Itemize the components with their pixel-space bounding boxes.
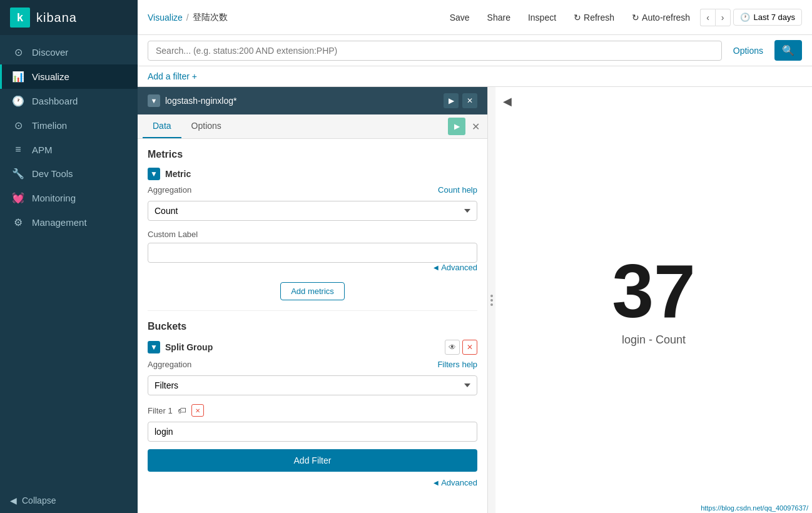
metric-header: ▼ Metric [148,168,477,180]
dashboard-icon: 🕐 [12,95,24,107]
sidebar-nav: ⊙ Discover 📊 Visualize 🕐 Dashboard ⊙ Tim… [0,35,138,488]
count-help-link[interactable]: Count help [438,185,477,195]
tag-icon: 🏷 [178,405,186,415]
time-next-button[interactable]: › [715,9,731,26]
sidebar-item-discover-label: Discover [32,47,68,58]
filter1-row: Filter 1 🏷 ✕ [148,404,477,417]
tab-options[interactable]: Options [181,114,231,138]
sidebar-item-apm[interactable]: ≡ APM [0,138,138,161]
index-header: ▼ logstash-nginxlog* ▶ ✕ [138,87,487,114]
index-actions: ▶ ✕ [444,93,477,108]
auto-refresh-button[interactable]: ↻ Auto-refresh [624,9,698,26]
content-area: ▼ logstash-nginxlog* ▶ ✕ Data Options ▶ … [138,87,812,513]
sidebar-item-dashboard[interactable]: 🕐 Dashboard [0,89,138,113]
visualize-icon: 📊 [12,71,24,83]
sidebar-item-management[interactable]: ⚙ Management [0,210,138,235]
auto-refresh-icon: ↻ [632,13,639,23]
metrics-title: Metrics [148,149,477,160]
sidebar-item-devtools[interactable]: 🔧 Dev Tools [0,161,138,186]
viz-content: 37 login - Count [612,253,695,347]
buckets-collapse-button[interactable]: ▼ [148,341,160,353]
kibana-logo-icon: k [10,8,30,28]
buckets-aggregation-row: Aggregation Filters help [148,360,477,369]
filterbar: Add a filter + [138,66,812,87]
time-range-button[interactable]: 🕐 Last 7 days [733,9,803,26]
sidebar: k kibana ⊙ Discover 📊 Visualize 🕐 Dashbo… [0,0,138,513]
time-prev-button[interactable]: ‹ [700,9,715,26]
sidebar-item-apm-label: APM [32,145,53,155]
buckets-header: ▼ Split Group 👁 ✕ [148,340,477,355]
add-filter-big-button[interactable]: Add Filter [148,449,477,472]
tab-actions: ▶ ✕ [448,114,482,138]
buckets-aggregation-select[interactable]: FiltersRangeTermsHistogramDate Histogram… [148,375,477,395]
index-run-button[interactable]: ▶ [444,93,459,108]
remove-filter1-button[interactable]: ✕ [191,404,204,417]
tab-data[interactable]: Data [143,114,181,138]
sidebar-item-visualize[interactable]: 📊 Visualize [0,64,138,89]
topbar-actions: Save Share Inspect ↻ Refresh ↻ Auto-refr… [442,9,802,26]
discover-icon: ⊙ [12,46,24,58]
panel-resize-handle[interactable] [488,87,495,513]
search-input[interactable] [148,41,722,61]
filter1-label: Filter 1 [148,406,173,415]
toggle-visibility-button[interactable]: 👁 [445,340,460,355]
close-panel-button[interactable]: ✕ [469,121,482,133]
searchbar: Options 🔍 [138,35,812,66]
remove-split-button[interactable]: ✕ [462,340,477,355]
collapse-label: Collapse [22,495,56,505]
divider [148,310,477,311]
buckets-title: Buckets [148,321,477,332]
left-panel: ▼ logstash-nginxlog* ▶ ✕ Data Options ▶ … [138,87,488,513]
time-range-label: Last 7 days [754,13,796,22]
split-group-actions: 👁 ✕ [445,340,477,355]
buckets-advanced-link[interactable]: Advanced [148,478,477,487]
aggregation-row: Aggregation Count help [148,185,477,195]
buckets-subsection: ▼ Split Group 👁 ✕ Aggregation [148,340,477,487]
dot3 [490,303,493,306]
save-button[interactable]: Save [442,9,477,26]
aggregation-select[interactable]: CountAverageSumMinMaxUnique CountStandar… [148,201,477,221]
collapse-left-arrow[interactable]: ◀ [503,94,512,108]
inspect-button[interactable]: Inspect [520,9,564,26]
index-close-button[interactable]: ✕ [462,93,477,108]
breadcrumb-current: 登陆次数 [193,12,228,23]
topbar: Visualize / 登陆次数 Save Share Inspect ↻ Re… [138,0,812,35]
timelion-icon: ⊙ [12,119,24,131]
share-button[interactable]: Share [480,9,518,26]
devtools-icon: 🔧 [12,168,24,180]
metrics-advanced-link[interactable]: Advanced [148,263,477,272]
index-chevron[interactable]: ▼ [148,94,160,107]
viz-number: 37 [612,253,695,328]
metrics-section: Metrics ▼ Metric Aggregation Count help … [138,139,487,507]
filters-help-link[interactable]: Filters help [437,360,477,369]
monitoring-icon: 💓 [12,192,24,204]
sidebar-item-monitoring-label: Monitoring [32,193,76,203]
management-icon: ⚙ [12,216,24,228]
refresh-button[interactable]: ↻ Refresh [566,9,622,26]
sidebar-item-monitoring[interactable]: 💓 Monitoring [0,186,138,210]
sidebar-item-timelion[interactable]: ⊙ Timelion [0,113,138,138]
sidebar-item-management-label: Management [32,217,87,228]
search-button[interactable]: 🔍 [774,40,802,61]
metric-collapse-button[interactable]: ▼ [148,168,160,180]
run-button[interactable]: ▶ [448,118,465,135]
sidebar-item-visualize-label: Visualize [32,71,69,82]
breadcrumb-separator: / [186,13,189,23]
sidebar-logo: k kibana [0,0,138,35]
viz-label: login - Count [612,333,695,347]
remove-icon: ✕ [467,343,473,352]
add-filter-button[interactable]: Add a filter + [148,71,197,81]
options-button[interactable]: Options [727,42,769,59]
clock-icon: 🕐 [740,13,750,22]
buckets-aggregation-label: Aggregation [148,360,191,369]
sidebar-item-discover[interactable]: ⊙ Discover [0,40,138,64]
search-icon: 🔍 [782,45,794,56]
kibana-logo-text: kibana [36,11,77,25]
sidebar-collapse[interactable]: ◀ Collapse [0,488,138,513]
custom-label-input[interactable] [148,243,477,263]
metric-label: Metric [165,169,191,179]
breadcrumb-visualize-link[interactable]: Visualize [148,13,183,23]
sidebar-item-timelion-label: Timelion [32,120,67,131]
add-metrics-button[interactable]: Add metrics [280,282,345,300]
filter1-input[interactable] [148,422,477,442]
